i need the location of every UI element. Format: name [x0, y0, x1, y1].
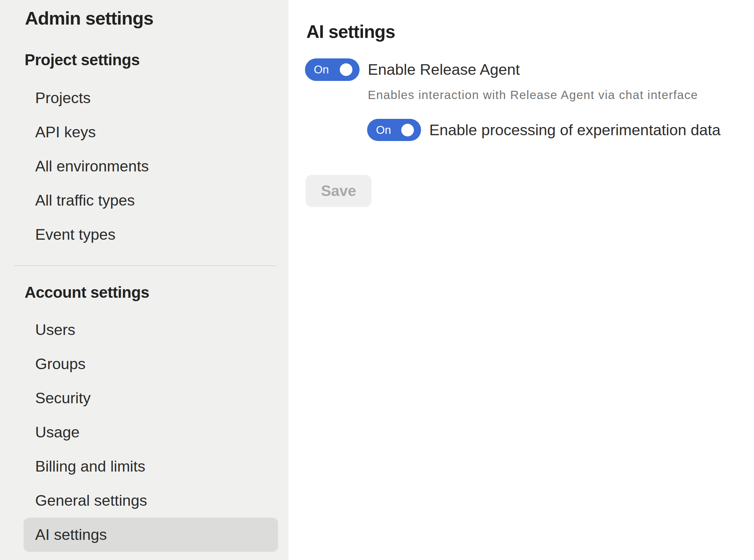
page-title: AI settings	[306, 21, 395, 42]
sidebar-item-security[interactable]: Security	[24, 381, 278, 415]
sidebar-item-all-traffic-types[interactable]: All traffic types	[24, 183, 278, 218]
toggle-state-label: On	[314, 63, 329, 76]
sidebar: Admin settings Project settings Projects…	[0, 0, 289, 560]
enable-experimentation-data-label: Enable processing of experimentation dat…	[429, 119, 721, 141]
enable-release-agent-description: Enables interaction with Release Agent v…	[368, 88, 698, 102]
sidebar-item-event-types[interactable]: Event types	[24, 218, 278, 252]
sidebar-item-usage[interactable]: Usage	[24, 415, 278, 449]
enable-experimentation-data-toggle[interactable]: On	[367, 119, 421, 141]
admin-settings-page: Admin settings Project settings Projects…	[0, 0, 754, 560]
toggle-knob	[401, 124, 414, 136]
sidebar-item-projects[interactable]: Projects	[24, 81, 278, 115]
toggle-knob	[340, 64, 352, 76]
sidebar-title: Admin settings	[25, 8, 153, 29]
save-button[interactable]: Save	[306, 175, 372, 207]
account-settings-nav-group: Users Groups Security Usage Billing and …	[24, 313, 278, 552]
section-header-project-settings: Project settings	[25, 51, 140, 69]
sidebar-item-general-settings[interactable]: General settings	[24, 484, 278, 518]
enable-release-agent-toggle[interactable]: On	[305, 58, 360, 81]
sidebar-item-users[interactable]: Users	[24, 313, 278, 347]
sidebar-item-api-keys[interactable]: API keys	[24, 115, 278, 149]
section-header-account-settings: Account settings	[25, 283, 149, 302]
sidebar-item-groups[interactable]: Groups	[24, 347, 278, 381]
toggle-state-label: On	[376, 124, 391, 137]
sidebar-section-divider	[14, 265, 277, 266]
sidebar-item-all-environments[interactable]: All environments	[24, 149, 278, 183]
project-settings-nav-group: Projects API keys All environments All t…	[24, 81, 278, 252]
sidebar-item-ai-settings[interactable]: AI settings	[24, 518, 278, 552]
enable-release-agent-label: Enable Release Agent	[368, 58, 520, 81]
sidebar-item-billing-and-limits[interactable]: Billing and limits	[24, 449, 278, 484]
